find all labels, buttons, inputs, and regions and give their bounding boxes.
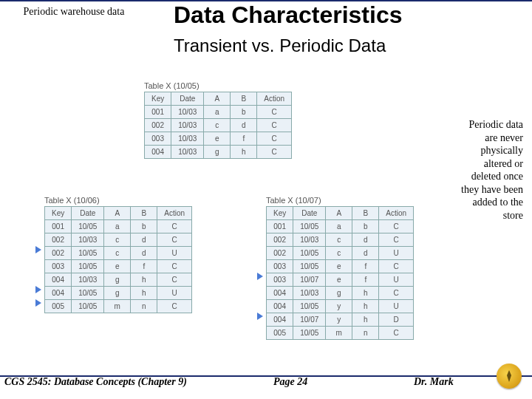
footer-author: Dr. Mark	[414, 376, 454, 388]
cell: U	[379, 300, 414, 313]
corner-label: Periodic warehouse data	[18, 6, 129, 18]
table-row: 00410/07yhD	[267, 313, 414, 327]
cell: 005	[267, 327, 293, 340]
table-row: 00410/05ghU	[45, 287, 192, 300]
cell: e	[104, 260, 131, 273]
cell: f	[352, 260, 379, 273]
table-row: 00310/03efC	[145, 132, 292, 146]
col-header: A	[104, 207, 131, 220]
cell: 003	[45, 260, 72, 273]
col-header: A	[326, 207, 352, 220]
cell: d	[131, 233, 157, 247]
cell: C	[157, 220, 192, 233]
cell: 10/05	[293, 260, 326, 273]
col-header: Key	[45, 207, 72, 220]
cell: 10/05	[72, 220, 104, 233]
cell: C	[257, 106, 292, 119]
cell: 004	[45, 273, 72, 287]
cell: C	[157, 260, 192, 273]
cell: 10/05	[293, 327, 326, 340]
cell: e	[204, 132, 231, 146]
table-caption: Table X (10/07)	[266, 196, 414, 205]
cell: 001	[267, 220, 293, 233]
col-header: A	[204, 92, 231, 106]
cell: 10/03	[293, 287, 326, 300]
cell: n	[352, 327, 379, 340]
cell: C	[379, 233, 414, 247]
cell: b	[131, 220, 157, 233]
table-row: 00210/05cdU	[45, 247, 192, 260]
cell: d	[352, 233, 379, 247]
table-row: 00110/05abC	[267, 220, 414, 233]
cell: 001	[145, 106, 171, 119]
cell: C	[379, 327, 414, 340]
cell: 003	[145, 132, 171, 146]
cell: 003	[267, 273, 293, 287]
table-row: 00310/05efC	[45, 260, 192, 273]
cell: C	[379, 220, 414, 233]
cell: U	[379, 247, 414, 260]
page-title: Data Characteristics	[174, 1, 402, 29]
cell: c	[326, 247, 352, 260]
cell: 004	[45, 287, 72, 300]
cell: m	[326, 327, 352, 340]
data-table: KeyDateABAction00110/05abC00210/03cdC002…	[266, 206, 414, 340]
cell: 10/03	[171, 119, 204, 132]
col-header: Key	[267, 207, 293, 220]
cell: d	[231, 119, 257, 132]
cell: 10/05	[72, 260, 104, 273]
col-header: Date	[72, 207, 104, 220]
data-table: KeyDateABAction00110/05abC00210/03cdC002…	[44, 206, 192, 313]
cell: a	[204, 106, 231, 119]
cell: h	[131, 287, 157, 300]
table-row: 00210/03cdC	[45, 233, 192, 247]
cell: d	[352, 247, 379, 260]
table-row: 00310/05efC	[267, 260, 414, 273]
row-marker-icon	[257, 273, 263, 280]
cell: 002	[145, 119, 171, 132]
cell: h	[352, 300, 379, 313]
cell: h	[352, 313, 379, 327]
table-row: 00210/03cdC	[267, 233, 414, 247]
cell: e	[326, 260, 352, 273]
cell: y	[326, 300, 352, 313]
cell: C	[257, 132, 292, 146]
cell: 002	[45, 233, 72, 247]
data-table: KeyDateABAction00110/03abC00210/03cdC003…	[144, 92, 292, 159]
table-row: 00510/05mnC	[267, 327, 414, 340]
table-row: 00410/03ghC	[45, 273, 192, 287]
cell: 10/07	[293, 273, 326, 287]
cell: U	[379, 273, 414, 287]
cell: 002	[45, 247, 72, 260]
table-row: 00410/05yhU	[267, 300, 414, 313]
col-header: Date	[171, 92, 204, 106]
cell: d	[131, 247, 157, 260]
cell: 004	[267, 313, 293, 327]
cell: 10/03	[72, 233, 104, 247]
cell: 004	[145, 146, 171, 159]
cell: 10/05	[72, 287, 104, 300]
col-header: B	[131, 207, 157, 220]
col-header: Key	[145, 92, 171, 106]
cell: C	[257, 119, 292, 132]
col-header: Action	[157, 207, 192, 220]
cell: g	[204, 146, 231, 159]
cell: C	[157, 300, 192, 313]
cell: c	[326, 233, 352, 247]
table-1007: Table X (10/07) KeyDateABAction00110/05a…	[266, 196, 414, 340]
cell: C	[379, 260, 414, 273]
callout-text: Periodic data are never physically alter…	[458, 118, 523, 222]
footer-course: CGS 2545: Database Concepts (Chapter 9)	[4, 376, 187, 388]
cell: c	[204, 119, 231, 132]
cell: g	[104, 287, 131, 300]
row-marker-icon	[35, 246, 41, 253]
cell: C	[257, 146, 292, 159]
cell: U	[157, 247, 192, 260]
cell: m	[104, 300, 131, 313]
col-header: B	[352, 207, 379, 220]
table-row: 00110/03abC	[145, 106, 292, 119]
cell: f	[231, 132, 257, 146]
cell: 10/03	[72, 273, 104, 287]
cell: C	[157, 233, 192, 247]
cell: C	[157, 273, 192, 287]
